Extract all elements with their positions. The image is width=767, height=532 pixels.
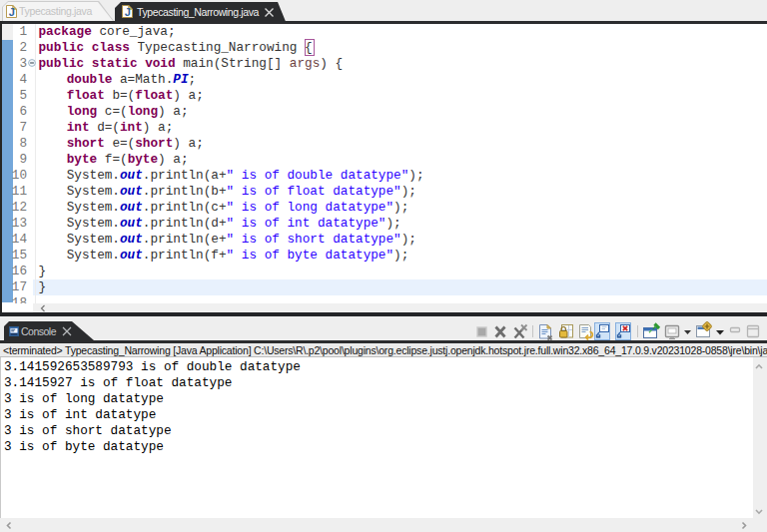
svg-text:J: J [124, 5, 130, 17]
svg-text:J: J [8, 5, 14, 17]
